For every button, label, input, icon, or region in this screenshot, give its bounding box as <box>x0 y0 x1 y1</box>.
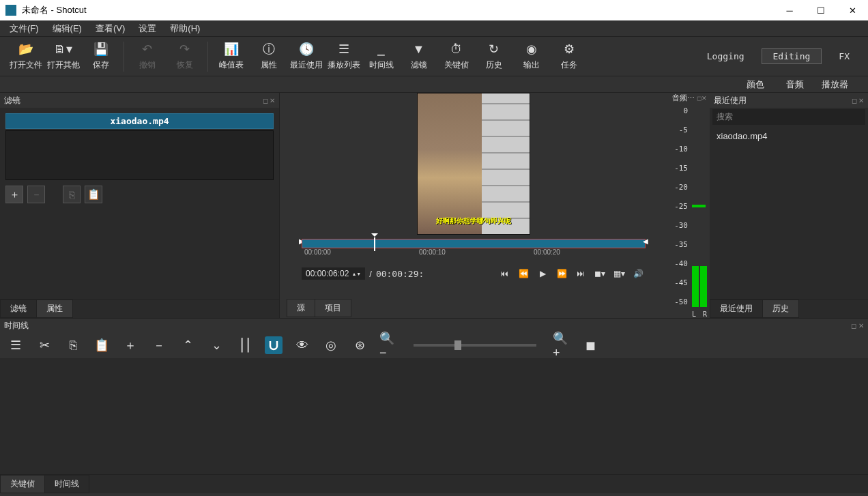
open-other-button[interactable]: 🗎▾打开其他 <box>44 38 82 75</box>
skip-start-button[interactable]: ⏮ <box>497 266 512 281</box>
filters-button[interactable]: ▼滤镜 <box>400 38 437 75</box>
db-label: 0 <box>671 106 688 115</box>
tab-timeline[interactable]: 时间线 <box>44 475 89 493</box>
add-filter-button[interactable]: ＋ <box>5 186 23 203</box>
export-button[interactable]: ◉输出 <box>512 38 550 75</box>
playlist-button[interactable]: ☰播放列表 <box>325 38 362 75</box>
menu-file[interactable]: 文件(F) <box>3 21 46 36</box>
timecode-input[interactable]: 00:00:06:02▲▼ <box>302 267 365 280</box>
recent-item[interactable]: xiaodao.mp4 <box>715 129 863 143</box>
close-panel-icon[interactable]: ✕ <box>858 97 864 104</box>
scrub-bar[interactable]: ▶ ◀ 00:00:00 00:00:10 00:00:20 <box>302 239 646 263</box>
snap-button[interactable] <box>265 336 283 354</box>
grid-dropdown[interactable]: ▦▾ <box>611 266 626 281</box>
menu-help[interactable]: 帮助(H) <box>163 21 207 36</box>
zoom-fit-button[interactable]: ◼ <box>581 336 599 354</box>
lift-button[interactable]: ⌃ <box>179 336 197 354</box>
video-preview[interactable]: 好啊那你想学哪句即兴呢 <box>417 93 530 235</box>
minimize-button[interactable]: ─ <box>774 0 805 20</box>
undock-icon[interactable]: ◻ <box>852 97 857 104</box>
db-label: -5 <box>671 126 688 134</box>
recent-button[interactable]: 🕓最近使用 <box>287 38 325 75</box>
open-file-button[interactable]: 📂打开文件 <box>7 38 44 75</box>
paste-filter-button[interactable]: 📋 <box>85 186 102 203</box>
ripple-all-button[interactable]: ⊛ <box>351 336 368 354</box>
undo-button[interactable]: ↶撤销 <box>128 38 166 75</box>
rewind-button[interactable]: ⏪ <box>516 266 531 281</box>
recent-panel: 最近使用 ◻ ✕ 搜索 xiaodao.mp4 最近使用 历史 <box>710 93 868 318</box>
peak-meter-button[interactable]: 📊峰值表 <box>212 38 250 75</box>
menu-view[interactable]: 查看(V) <box>89 21 132 36</box>
tab-source[interactable]: 源 <box>287 299 315 317</box>
ruler-tick: 00:00:00 <box>304 248 331 256</box>
tab-properties[interactable]: 属性 <box>36 300 73 318</box>
fx-mode[interactable]: FX <box>827 48 861 64</box>
db-label: -20 <box>671 183 688 192</box>
filter-list[interactable] <box>5 130 274 180</box>
logging-mode[interactable]: Logging <box>695 48 756 64</box>
jobs-button[interactable]: ⚙任务 <box>550 38 588 75</box>
disc-icon: ◉ <box>526 42 537 57</box>
editing-mode[interactable]: Editing <box>762 48 822 64</box>
tab-recent[interactable]: 最近使用 <box>710 300 763 318</box>
transport-controls: 00:00:06:02▲▼ / 00:00:29: ⏮ ⏪ ▶ ⏩ ⏭ ◼▾ ▦… <box>302 266 646 281</box>
timeline-panel: 时间线 ◻ ✕ ☰ ✂ ⎘ 📋 ＋ － ⌃ ⌄ ⎮⎮ 👁 ◎ ⊛ 🔍− 🔍+ ◼… <box>0 318 868 493</box>
close-panel-icon[interactable]: ✕ <box>858 322 864 330</box>
color-channel[interactable]: 颜色 <box>736 78 775 91</box>
undock-icon[interactable]: ◻ <box>263 97 268 104</box>
out-marker-icon[interactable]: ◀ <box>643 237 648 245</box>
zoom-dropdown[interactable]: ◼▾ <box>592 266 607 281</box>
history-icon: ↻ <box>489 42 499 57</box>
cut-button[interactable]: ✂ <box>35 336 53 354</box>
menu-button[interactable]: ☰ <box>7 336 25 354</box>
zoom-slider[interactable] <box>414 344 536 347</box>
tab-keyframes[interactable]: 关键侦 <box>0 475 45 493</box>
redo-button[interactable]: ↷恢复 <box>166 38 203 75</box>
paste-button[interactable]: 📋 <box>93 336 111 354</box>
copy-filter-button[interactable]: ⎘ <box>63 186 81 203</box>
copy-button[interactable]: ⎘ <box>64 336 82 354</box>
volume-button[interactable]: 🔊 <box>631 266 646 281</box>
save-icon: 💾 <box>93 42 108 57</box>
close-panel-icon[interactable]: ✕ <box>270 97 275 104</box>
zoom-out-button[interactable]: 🔍− <box>379 336 397 354</box>
scrub-audio-button[interactable]: 👁 <box>293 336 311 354</box>
timeline-button[interactable]: ⎯时间线 <box>362 38 400 75</box>
meter-bars <box>692 266 707 307</box>
undock-icon[interactable]: ◻ <box>851 322 856 330</box>
player-channel[interactable]: 播放器 <box>815 78 854 91</box>
tab-history[interactable]: 历史 <box>762 300 799 318</box>
overwrite-button[interactable]: ⌄ <box>207 336 225 354</box>
skip-end-button[interactable]: ⏭ <box>573 266 588 281</box>
ripple-button[interactable]: ◎ <box>322 336 340 354</box>
video-subtitle: 好啊那你想学哪句即兴呢 <box>418 216 530 226</box>
forward-button[interactable]: ⏩ <box>554 266 569 281</box>
document-icon: 🗎▾ <box>54 42 72 57</box>
peak-indicator <box>692 205 706 207</box>
tab-project[interactable]: 项目 <box>315 299 351 317</box>
db-label: -45 <box>671 278 688 287</box>
menu-edit[interactable]: 编辑(E) <box>46 21 89 36</box>
close-button[interactable]: ✕ <box>837 0 868 20</box>
history-button[interactable]: ↻历史 <box>475 38 512 75</box>
search-input[interactable]: 搜索 <box>712 109 865 125</box>
properties-button[interactable]: ⓘ属性 <box>250 38 287 75</box>
audio-channel[interactable]: 音频 <box>775 78 815 91</box>
save-button[interactable]: 💾保存 <box>82 38 119 75</box>
lr-label: L R <box>692 310 708 318</box>
split-button[interactable]: ⎮⎮ <box>236 336 254 354</box>
play-button[interactable]: ▶ <box>535 266 550 281</box>
close-panel-icon[interactable]: ◻✕ <box>697 95 707 102</box>
selected-clip-name[interactable]: xiaodao.mp4 <box>5 113 274 129</box>
info-icon: ⓘ <box>263 42 275 57</box>
zoom-in-button[interactable]: 🔍+ <box>553 336 570 354</box>
remove-button[interactable]: － <box>150 336 168 354</box>
remove-filter-button[interactable]: － <box>27 186 45 203</box>
append-button[interactable]: ＋ <box>121 336 139 354</box>
timeline-tracks[interactable] <box>0 358 868 474</box>
gear-icon: ⚙ <box>564 42 575 57</box>
tab-filters[interactable]: 滤镜 <box>0 300 37 318</box>
maximize-button[interactable]: ☐ <box>805 0 837 20</box>
menu-settings[interactable]: 设置 <box>132 21 163 36</box>
keyframes-button[interactable]: ⏱关键侦 <box>437 38 475 75</box>
